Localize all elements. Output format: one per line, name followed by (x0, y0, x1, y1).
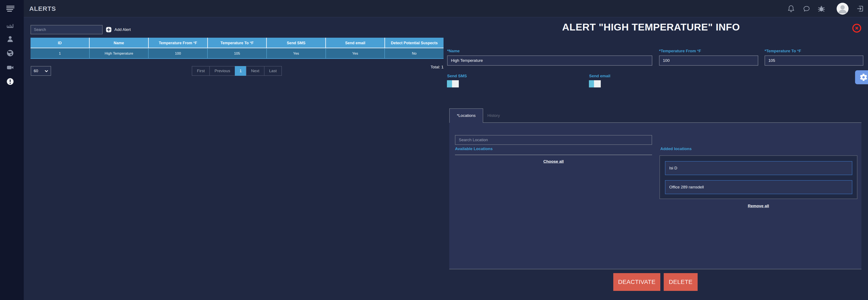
settings-gear-button[interactable] (855, 70, 868, 84)
added-locations-label: Added locations (660, 146, 692, 151)
deactivate-button[interactable]: DEACTIVATE (613, 273, 660, 291)
temp-from-field-label: *Temperature From °F (659, 49, 701, 53)
send-email-label: Send email (589, 74, 610, 78)
sidebar (0, 0, 24, 300)
cell-name: High Temperature (90, 48, 149, 59)
sidebar-item-locations[interactable] (6, 49, 14, 57)
alerts-table: ID Name Temperature From °F Temperature … (31, 38, 443, 59)
pagination-next-button[interactable]: Next (246, 66, 265, 76)
pagination-previous-button[interactable]: Previous (209, 66, 235, 76)
added-locations-box: Isi D Office 289 ramsdell (659, 156, 858, 199)
gear-icon (859, 73, 868, 81)
sidebar-item-alerts[interactable] (6, 77, 14, 86)
column-header-temp-to: Temperature To °F (208, 38, 267, 48)
column-header-send-sms: Send SMS (267, 38, 326, 48)
alert-exclamation-icon (6, 77, 14, 86)
sign-out-icon[interactable] (856, 5, 864, 13)
remove-all-link[interactable]: Remove all (659, 204, 858, 208)
name-field-label: *Name (447, 49, 460, 53)
globe-icon (6, 49, 14, 57)
added-location-item[interactable]: Office 289 ramsdell (665, 180, 852, 194)
hamburger-menu-button[interactable] (6, 6, 14, 12)
cell-detect-suspects: No (385, 48, 443, 59)
sidebar-item-cameras[interactable] (6, 63, 14, 72)
column-header-id: ID (31, 38, 90, 48)
bar-chart-icon (6, 20, 14, 29)
cell-temp-to: 105 (208, 48, 267, 59)
alert-detail-title: ALERT "HIGH TEMPERATURE" INFO (445, 21, 857, 33)
close-icon[interactable] (852, 24, 861, 33)
tab-history[interactable]: History (487, 108, 500, 123)
column-header-detect-suspects: Detect Potential Suspects (385, 38, 443, 48)
cell-id: 1 (31, 48, 90, 59)
pagination-first-button[interactable]: First (192, 66, 210, 76)
notifications-bell-icon[interactable] (787, 5, 795, 13)
messages-chat-icon[interactable] (803, 5, 811, 13)
name-field[interactable] (447, 56, 652, 66)
table-row[interactable]: 1 High Temperature 100 105 Yes Yes No (31, 48, 443, 59)
cell-send-sms: Yes (267, 48, 326, 59)
available-locations-divider (455, 155, 652, 155)
search-location-input[interactable] (455, 135, 652, 145)
user-avatar[interactable] (837, 3, 848, 14)
choose-all-link[interactable]: Choose all (455, 159, 652, 164)
video-camera-icon (6, 63, 14, 72)
pagination-last-button[interactable]: Last (264, 66, 282, 76)
pagination-page-1-button[interactable]: 1 (235, 66, 246, 76)
available-locations-label: Available Locations (455, 146, 493, 151)
added-location-item[interactable]: Isi D (665, 161, 852, 175)
pagination: First Previous 1 Next Last (31, 66, 443, 76)
temp-to-field-label: *Temperature To °F (765, 49, 801, 53)
locations-tab-panel: Available Locations Choose all Added loc… (449, 122, 862, 269)
bug-report-icon[interactable] (817, 5, 826, 13)
plus-icon (105, 27, 112, 33)
search-input[interactable] (31, 25, 102, 34)
send-sms-label: Send SMS (447, 74, 467, 78)
cell-send-email: Yes (326, 48, 385, 59)
sidebar-item-users[interactable] (6, 35, 14, 43)
send-email-toggle[interactable] (589, 80, 601, 88)
column-header-temp-from: Temperature From °F (149, 38, 208, 48)
delete-button[interactable]: DELETE (664, 273, 698, 291)
temp-from-field[interactable] (659, 56, 758, 66)
person-icon (6, 35, 14, 43)
sidebar-item-statistics[interactable] (6, 20, 14, 29)
cell-temp-from: 100 (149, 48, 208, 59)
tab-locations[interactable]: *Locations (449, 108, 483, 123)
page-title: ALERTS (29, 0, 56, 18)
add-alert-button[interactable]: Add Alert (105, 25, 131, 34)
column-header-send-email: Send email (326, 38, 385, 48)
column-header-name: Name (90, 38, 149, 48)
top-bar (24, 0, 868, 18)
temp-to-field[interactable] (765, 56, 863, 66)
table-header-row: ID Name Temperature From °F Temperature … (31, 38, 443, 48)
add-alert-label: Add Alert (115, 27, 131, 32)
send-sms-toggle[interactable] (447, 80, 459, 88)
